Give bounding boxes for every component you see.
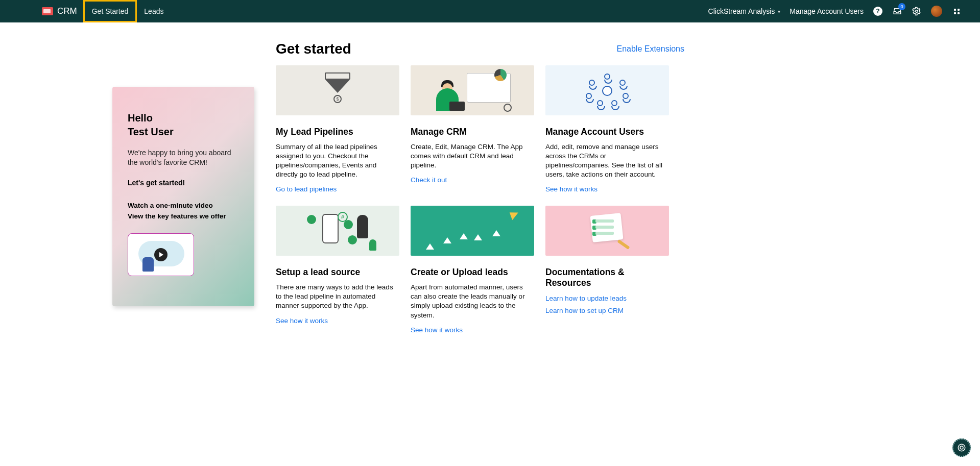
tab-leads[interactable]: Leads — [137, 0, 171, 22]
page-title: Get started — [276, 41, 351, 57]
help-button[interactable]: ? — [873, 6, 883, 16]
svg-point-2 — [960, 446, 963, 449]
welcome-column: Hello Test User We're happy to bring you… — [41, 37, 245, 334]
card-title: My Lead Pipelines — [276, 127, 399, 137]
funnel-icon: $ — [322, 72, 353, 108]
apps-button[interactable] — [951, 6, 962, 16]
card-manage-crm: Manage CRM Create, Edit, Manage CRM. The… — [411, 65, 534, 193]
card-create-upload-leads: Create or Upload leads Apart from automa… — [411, 206, 534, 334]
card-link-check-it-out[interactable]: Check it out — [411, 176, 447, 184]
card-illustration — [411, 65, 534, 115]
welcome-actions: Watch a one-minute video View the key fe… — [128, 200, 239, 222]
tab-get-started[interactable]: Get Started — [83, 0, 137, 22]
brand-icon — [42, 7, 53, 15]
brand-text: CRM — [57, 6, 77, 16]
card-desc: Create, Edit, Manage CRM. The App comes … — [411, 142, 534, 170]
lifebuoy-icon — [957, 443, 966, 452]
card-link-update-leads[interactable]: Learn how to update leads — [545, 295, 627, 302]
welcome-card: Hello Test User We're happy to bring you… — [112, 87, 254, 306]
manage-account-users-link[interactable]: Manage Account Users — [790, 7, 864, 15]
welcome-getstarted: Let's get started! — [128, 179, 239, 187]
chevron-down-icon: ▾ — [778, 9, 780, 14]
card-documentation: Documentations & Resources Learn how to … — [545, 206, 669, 334]
welcome-heading: Hello Test User — [128, 111, 239, 139]
floating-help-button[interactable] — [952, 438, 971, 457]
crm-illustration — [434, 70, 511, 111]
card-link-see-how[interactable]: See how it works — [411, 326, 463, 334]
nav-tabs: Get Started Leads — [83, 0, 171, 22]
enable-extensions-link[interactable]: Enable Extensions — [616, 44, 684, 54]
card-desc: Summary of all the lead pipelines assign… — [276, 142, 399, 179]
gear-icon — [912, 7, 921, 16]
svg-point-0 — [916, 10, 918, 13]
inbox-button[interactable]: 0 — [892, 6, 902, 16]
card-link-go-to-pipelines[interactable]: Go to lead pipelines — [276, 185, 337, 193]
welcome-user: Test User — [128, 126, 174, 137]
avatar[interactable] — [931, 6, 942, 17]
welcome-hello: Hello — [128, 112, 153, 124]
clickstream-label: ClickStream Analysis — [708, 7, 775, 15]
cards-grid: $ My Lead Pipelines Summary of all the l… — [276, 65, 684, 334]
card-illustration — [545, 206, 669, 256]
video-thumbnail[interactable] — [128, 233, 194, 276]
card-desc: There are many ways to add the leads to … — [276, 283, 399, 310]
grid-icon — [954, 9, 960, 14]
top-nav: CRM Get Started Leads ClickStream Analys… — [0, 0, 980, 22]
card-setup-lead-source: # Setup a lead source There are many way… — [276, 206, 399, 334]
users-icon — [582, 72, 633, 108]
card-title: Manage Account Users — [545, 127, 669, 137]
svg-point-1 — [958, 444, 965, 451]
card-illustration — [545, 65, 669, 115]
view-features-link[interactable]: View the key features we offer — [128, 211, 239, 222]
help-icon: ? — [873, 7, 882, 16]
card-title: Manage CRM — [411, 127, 534, 137]
card-title: Documentations & Resources — [545, 267, 669, 288]
card-my-lead-pipelines: $ My Lead Pipelines Summary of all the l… — [276, 65, 399, 193]
welcome-message: We're happy to bring you aboard the worl… — [128, 148, 239, 167]
page-header: Get started Enable Extensions — [276, 41, 684, 57]
nav-right: ClickStream Analysis ▾ Manage Account Us… — [708, 6, 974, 17]
card-link-see-how[interactable]: See how it works — [276, 317, 328, 325]
clickstream-menu[interactable]: ClickStream Analysis ▾ — [708, 7, 781, 15]
card-desc: Apart from automated manner, users can a… — [411, 283, 534, 320]
card-illustration: # — [276, 206, 399, 256]
watch-video-link[interactable]: Watch a one-minute video — [128, 200, 239, 211]
card-manage-account-users: Manage Account Users Add, edit, remove a… — [545, 65, 669, 193]
card-illustration — [411, 206, 534, 256]
brand[interactable]: CRM — [42, 6, 77, 16]
card-illustration: $ — [276, 65, 399, 115]
card-link-setup-crm[interactable]: Learn how to set up CRM — [545, 307, 669, 314]
card-title: Setup a lead source — [276, 267, 399, 278]
upload-illustration — [411, 206, 534, 256]
page-body: Hello Test User We're happy to bring you… — [0, 22, 980, 334]
play-icon — [154, 248, 168, 261]
card-title: Create or Upload leads — [411, 267, 534, 278]
inbox-badge: 0 — [898, 3, 905, 10]
main-column: Get started Enable Extensions $ My Lead … — [276, 37, 684, 334]
checklist-illustration — [584, 212, 630, 249]
card-link-see-how[interactable]: See how it works — [545, 185, 597, 193]
card-desc: Add, edit, remove and manage users acros… — [545, 142, 669, 179]
lead-source-illustration: # — [297, 211, 378, 251]
settings-button[interactable] — [912, 6, 922, 16]
person-shape — [142, 257, 154, 272]
